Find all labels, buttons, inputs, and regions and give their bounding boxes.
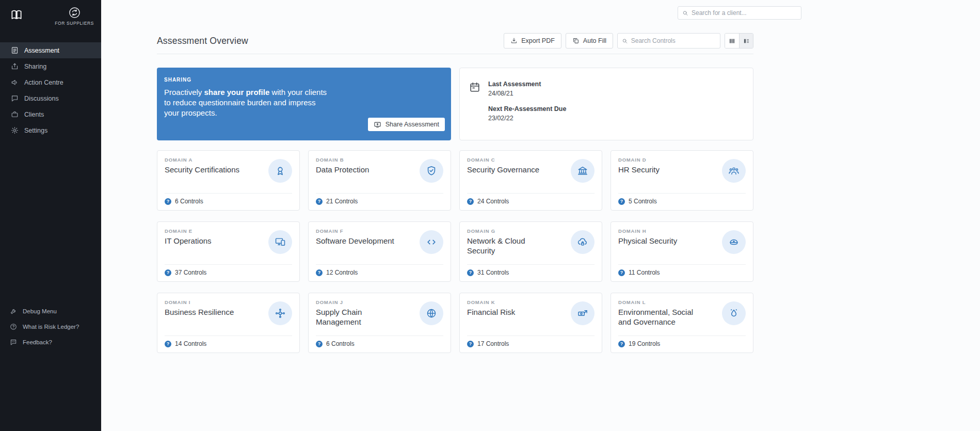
sidebar-item-label: Sharing (24, 63, 46, 70)
domain-card-physical-security[interactable]: DOMAIN H Physical Security ?11 Controls (611, 221, 753, 282)
sidebar-item-label: Feedback? (23, 339, 52, 345)
sidebar-nav: Assessment Sharing Action Centre Discuss… (0, 42, 101, 138)
dates-text: Last Assessment 24/08/21 Next Re-Assessm… (488, 81, 566, 127)
controls-help-icon: ? (467, 198, 474, 205)
chat-icon (11, 94, 19, 102)
sidebar-item-debug-menu[interactable]: Debug Menu (0, 304, 101, 319)
controls-count: 11 Controls (629, 269, 660, 276)
next-reassessment: Next Re-Assessment Due 23/02/22 (488, 105, 566, 122)
controls-help-icon: ? (467, 269, 474, 276)
domain-title: Business Resilience (165, 308, 234, 317)
sharing-eyebrow: SHARING (164, 77, 444, 83)
sidebar-item-label: Assessment (24, 47, 59, 54)
domain-card-business-resilience[interactable]: DOMAIN I Business Resilience ?14 Control… (157, 293, 300, 353)
money-transfer-icon (571, 301, 595, 325)
controls-help-icon: ? (316, 269, 323, 276)
page-title: Assessment Overview (157, 36, 248, 46)
list-view-icon (743, 38, 750, 44)
sidebar-item-discussions[interactable]: Discussions (0, 90, 101, 106)
guard-cap-icon (722, 230, 746, 254)
domain-title: Environmental, Social and Governance (618, 308, 698, 327)
domain-card-security-certifications[interactable]: DOMAIN A Security Certifications ?6 Cont… (157, 150, 300, 211)
controls-help-icon: ? (316, 341, 323, 347)
share-assessment-label: Share Assessment (385, 121, 439, 128)
gear-icon (11, 126, 19, 134)
megaphone-icon (11, 78, 19, 86)
document-icon (11, 46, 19, 54)
domain-card-it-operations[interactable]: DOMAIN E IT Operations ?37 Controls (157, 221, 300, 282)
domain-code: DOMAIN L (618, 299, 698, 305)
domain-code: DOMAIN D (618, 157, 660, 163)
sidebar-item-assessment[interactable]: Assessment (0, 42, 101, 58)
sharing-text: Proactively share your profile with your… (164, 87, 329, 118)
controls-count: 31 Controls (477, 269, 509, 276)
controls-help-icon: ? (618, 341, 625, 347)
controls-help-icon: ? (165, 198, 171, 205)
domain-card-security-governance[interactable]: DOMAIN C Security Governance ?24 Control… (459, 150, 602, 211)
domain-card-financial-risk[interactable]: DOMAIN K Financial Risk ?17 Controls (459, 293, 602, 353)
org-network-icon (268, 301, 292, 325)
domain-card-esg[interactable]: DOMAIN L Environmental, Social and Gover… (611, 293, 753, 353)
columns-view-icon (729, 38, 735, 44)
sidebar-item-label: What is Risk Ledger? (23, 324, 79, 330)
view-toggle (725, 33, 753, 49)
controls-help-icon: ? (165, 341, 171, 347)
controls-help-icon: ? (618, 198, 625, 205)
banner-row: SHARING Proactively share your profile w… (157, 68, 753, 140)
client-search-input[interactable] (692, 9, 797, 17)
search-icon (622, 38, 628, 44)
eco-drop-icon (722, 301, 746, 325)
domain-code: DOMAIN G (467, 228, 547, 234)
domain-title: Supply Chain Management (316, 308, 396, 327)
share-assessment-button[interactable]: Share Assessment (368, 118, 445, 131)
export-pdf-button[interactable]: Export PDF (504, 33, 561, 49)
controls-count: 14 Controls (175, 340, 206, 347)
auto-fill-button[interactable]: Auto Fill (566, 33, 613, 49)
list-view-button[interactable] (739, 34, 753, 48)
sidebar-item-sharing[interactable]: Sharing (0, 58, 101, 74)
controls-count: 17 Controls (477, 340, 509, 347)
sidebar-item-clients[interactable]: Clients (0, 106, 101, 122)
domain-card-hr-security[interactable]: DOMAIN D HR Security ?5 Controls (611, 150, 753, 211)
devices-icon (268, 230, 292, 254)
domain-card-network-cloud-security[interactable]: DOMAIN G Network & Cloud Security ?31 Co… (459, 221, 602, 282)
sidebar-header: FOR SUPPLIERS (0, 0, 101, 29)
globe-icon (420, 301, 443, 325)
last-assessment-label: Last Assessment (488, 81, 566, 88)
wrench-icon (10, 308, 17, 315)
next-reassessment-value: 23/02/22 (488, 115, 566, 122)
search-icon (682, 10, 688, 17)
domain-card-supply-chain-management[interactable]: DOMAIN J Supply Chain Management ?6 Cont… (308, 293, 451, 353)
sidebar-item-label: Discussions (24, 95, 59, 102)
sidebar-item-label: Debug Menu (23, 308, 57, 314)
sidebar-item-label: Action Centre (24, 79, 63, 86)
sidebar-item-what-is-risk-ledger[interactable]: What is Risk Ledger? (0, 319, 101, 334)
bank-icon (571, 159, 595, 183)
page-header: Assessment Overview Export PDF Auto Fill (157, 31, 753, 51)
sidebar-item-action-centre[interactable]: Action Centre (0, 74, 101, 90)
domain-card-data-protection[interactable]: DOMAIN B Data Protection ?21 Controls (308, 150, 451, 211)
client-search (678, 6, 801, 20)
download-icon (510, 37, 518, 44)
domain-cards-grid: DOMAIN A Security Certifications ?6 Cont… (157, 150, 753, 363)
sidebar-item-feedback[interactable]: Feedback? (0, 334, 101, 350)
grid-view-button[interactable] (725, 34, 739, 48)
topbar (101, 0, 980, 26)
domain-card-software-development[interactable]: DOMAIN F Software Development ?12 Contro… (308, 221, 451, 282)
controls-count: 6 Controls (175, 198, 203, 205)
feedback-bubble-icon (10, 339, 17, 346)
domain-title: Financial Risk (467, 308, 515, 317)
cloud-icon (571, 230, 595, 254)
controls-count: 6 Controls (326, 340, 355, 347)
domain-code: DOMAIN J (316, 299, 396, 305)
calendar-icon (469, 82, 480, 93)
screen-share-icon (374, 121, 381, 129)
domain-code: DOMAIN H (618, 228, 677, 234)
domain-title: Network & Cloud Security (467, 236, 547, 256)
auto-fill-label: Auto Fill (583, 37, 606, 44)
controls-search-input[interactable] (631, 37, 716, 44)
code-icon (420, 230, 443, 254)
help-circle-icon (10, 323, 17, 330)
domain-code: DOMAIN K (467, 299, 515, 305)
sidebar-item-settings[interactable]: Settings (0, 122, 101, 138)
